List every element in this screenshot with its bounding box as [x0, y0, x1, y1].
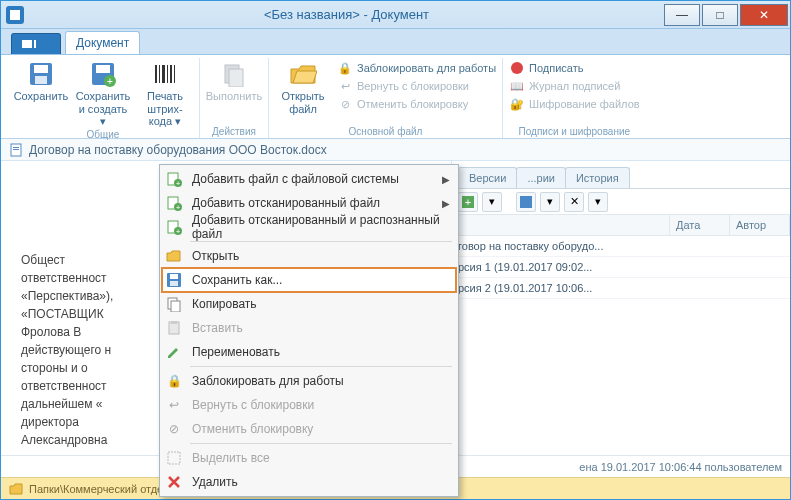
toolbar-save-button[interactable] [516, 192, 536, 212]
titlebar: <Без названия> - Документ — □ ✕ [1, 1, 790, 29]
window-buttons: — □ ✕ [664, 4, 790, 26]
toolbar-btn6[interactable]: ▾ [588, 192, 608, 212]
ribbon-group-actions: Действия [206, 125, 262, 138]
folder-open-icon [288, 60, 318, 88]
cm-add-from-fs[interactable]: + Добавить файл с файловой системы ▶ [162, 167, 456, 191]
svg-rect-16 [174, 65, 175, 83]
svg-rect-37 [170, 281, 178, 286]
ribbon-tabbar: Документ [1, 29, 790, 55]
cm-rename[interactable]: Переименовать [162, 340, 456, 364]
cm-add-scanned-ocr[interactable]: + Добавить отсканированный и распознанны… [162, 215, 456, 239]
save-and-create-button[interactable]: + Сохранить и создать ▾ [75, 58, 131, 128]
tab-versions[interactable]: Версии [458, 167, 517, 188]
cancel-lock-button: ⊘Отменить блокировку [337, 96, 496, 112]
right-tabs: Версии ...рии История [452, 161, 790, 189]
svg-point-19 [511, 62, 523, 74]
execute-button: Выполнить [206, 58, 262, 125]
list-item[interactable]: рсия 2 (19.01.2017 10:06... [452, 278, 790, 299]
cancel-icon: ⊘ [337, 96, 353, 112]
cancel-icon: ⊘ [164, 419, 184, 439]
right-pane: Версии ...рии История + ▾ ▾ ✕ ▾ Дата Авт… [451, 161, 790, 471]
svg-text:+: + [176, 203, 181, 211]
cm-lock-for-work[interactable]: 🔒 Заблокировать для работы [162, 369, 456, 393]
svg-rect-15 [170, 65, 172, 83]
document-tab[interactable]: Документ [65, 31, 140, 54]
toolbar-btn4[interactable]: ▾ [540, 192, 560, 212]
context-menu: + Добавить файл с файловой системы ▶ + Д… [159, 164, 459, 497]
cm-open[interactable]: Открыть [162, 244, 456, 268]
select-all-icon [164, 448, 184, 468]
copy-icon [164, 294, 184, 314]
return-from-lock-button: ↩Вернуть с блокировки [337, 78, 496, 94]
barcode-icon [150, 60, 180, 88]
list-item[interactable]: говор на поставку оборудо... [452, 236, 790, 257]
tab-history[interactable]: История [565, 167, 630, 188]
open-file-button[interactable]: Открыть файл [275, 58, 331, 125]
toolbar-btn2[interactable]: ▾ [482, 192, 502, 212]
document-title: Договор на поставку оборудования ООО Вос… [29, 143, 327, 157]
svg-text:+: + [465, 196, 471, 208]
add-file-icon: + [164, 169, 184, 189]
right-toolbar: + ▾ ▾ ✕ ▾ [452, 189, 790, 215]
svg-rect-5 [34, 65, 48, 73]
paste-icon [164, 318, 184, 338]
delete-icon [164, 472, 184, 492]
add-scan-icon: + [164, 193, 184, 213]
svg-rect-6 [35, 76, 47, 84]
ribbon-group-sign: Подписи и шифрование [509, 125, 640, 138]
save-button[interactable]: Сохранить [13, 58, 69, 128]
sign-button[interactable]: Подписать [509, 60, 640, 76]
svg-rect-39 [171, 301, 180, 312]
tab-middle[interactable]: ...рии [516, 167, 566, 188]
journal-icon: 📖 [509, 78, 525, 94]
col-date[interactable]: Дата [670, 215, 730, 235]
lock-icon: 🔒 [337, 60, 353, 76]
list-item[interactable]: рсия 1 (19.01.2017 09:02... [452, 257, 790, 278]
document-title-row: Договор на поставку оборудования ООО Вос… [1, 139, 790, 161]
return-icon: ↩ [337, 78, 353, 94]
encrypt-files-button: 🔐Шифрование файлов [509, 96, 640, 112]
ribbon-group-mainfile: Основной файл [275, 125, 496, 138]
cm-copy[interactable]: Копировать [162, 292, 456, 316]
svg-rect-25 [520, 196, 532, 208]
app-window: <Без названия> - Документ — □ ✕ Документ… [0, 0, 791, 500]
submenu-arrow-icon: ▶ [442, 174, 450, 185]
col-author[interactable]: Автор [730, 215, 790, 235]
cm-add-scanned[interactable]: + Добавить отсканированный файл ▶ [162, 191, 456, 215]
window-title: <Без названия> - Документ [29, 7, 664, 22]
maximize-button[interactable]: □ [702, 4, 738, 26]
svg-rect-21 [13, 147, 19, 148]
toolbar-delete-button[interactable]: ✕ [564, 192, 584, 212]
sign-journal-button: 📖Журнал подписей [509, 78, 640, 94]
toolbar-add-button[interactable]: + [458, 192, 478, 212]
svg-text:+: + [176, 179, 181, 187]
minimize-button[interactable]: — [664, 4, 700, 26]
svg-rect-2 [22, 40, 32, 48]
svg-rect-3 [34, 40, 36, 48]
lock-for-work-button[interactable]: 🔒Заблокировать для работы [337, 60, 496, 76]
ribbon: Сохранить + Сохранить и создать ▾ Печать… [1, 55, 790, 139]
svg-rect-12 [159, 65, 160, 83]
svg-rect-41 [171, 321, 177, 324]
cm-delete[interactable]: Удалить [162, 470, 456, 494]
svg-rect-8 [96, 65, 110, 73]
file-tab[interactable] [11, 33, 61, 54]
lock-icon: 🔒 [164, 371, 184, 391]
svg-text:+: + [107, 76, 113, 87]
rename-icon [164, 342, 184, 362]
ribbon-group-common: Общие [13, 128, 193, 141]
svg-rect-11 [155, 65, 157, 83]
print-barcode-button[interactable]: Печать штрих-кода ▾ [137, 58, 193, 128]
open-icon [164, 246, 184, 266]
cm-return-lock: ↩ Вернуть с блокировки [162, 393, 456, 417]
encrypt-icon: 🔐 [509, 96, 525, 112]
sign-icon [509, 60, 525, 76]
cm-cancel-lock: ⊘ Отменить блокировку [162, 417, 456, 441]
svg-text:+: + [176, 227, 181, 235]
svg-rect-36 [170, 274, 178, 279]
close-button[interactable]: ✕ [740, 4, 788, 26]
save-create-icon: + [88, 60, 118, 88]
app-logo [1, 3, 29, 27]
doc-icon [9, 143, 23, 157]
cm-save-as[interactable]: Сохранить как... [162, 268, 456, 292]
